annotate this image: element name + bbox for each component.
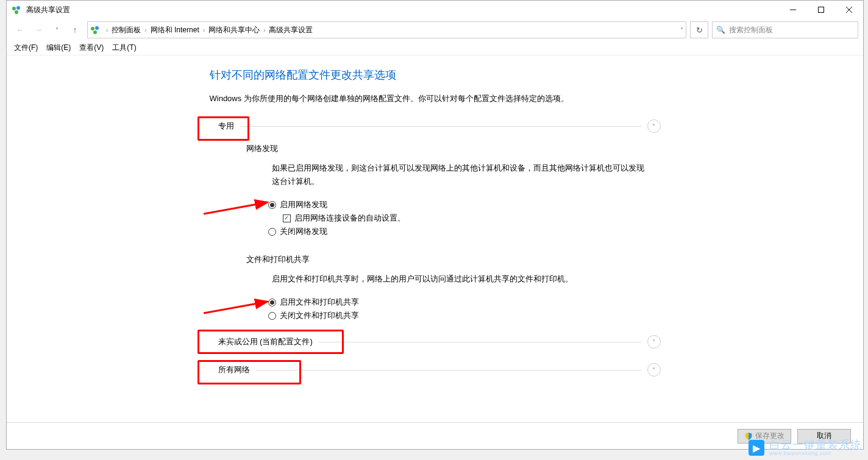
- svg-point-7: [91, 27, 94, 30]
- chevron-up-icon[interactable]: ˄: [647, 119, 661, 133]
- chevron-right-icon: ›: [142, 27, 149, 34]
- svg-point-1: [16, 6, 20, 10]
- network-discovery-title: 网络发现: [246, 143, 661, 154]
- chevron-right-icon: ›: [261, 27, 268, 34]
- nav-forward-button[interactable]: →: [30, 21, 47, 38]
- breadcrumb-advanced-sharing[interactable]: 高级共享设置: [268, 25, 314, 35]
- address-dropdown-icon[interactable]: ˅: [680, 27, 683, 34]
- footer: 保存更改 取消: [7, 422, 863, 449]
- svg-point-0: [12, 7, 16, 10]
- checkbox-icon: ✓: [283, 214, 291, 222]
- window: 高级共享设置 ← → ˅ ↑ › 控制面板 › 网络和 Internet › 网…: [6, 0, 864, 450]
- titlebar: 高级共享设置: [7, 1, 863, 19]
- radio-icon: [268, 201, 276, 209]
- radio-enable-discovery[interactable]: 启用网络发现: [268, 199, 661, 210]
- radio-enable-sharing[interactable]: 启用文件和打印机共享: [268, 297, 661, 308]
- address-bar[interactable]: › 控制面板 › 网络和 Internet › 网络和共享中心 › 高级共享设置…: [87, 21, 686, 38]
- address-app-icon: [90, 25, 100, 35]
- window-buttons: [779, 1, 863, 19]
- menubar: 文件(F) 编辑(E) 查看(V) 工具(T): [7, 41, 863, 55]
- profile-private-header[interactable]: 专用 ˄: [210, 116, 661, 136]
- search-input[interactable]: 🔍 搜索控制面板: [712, 21, 858, 38]
- maximize-button[interactable]: [807, 1, 835, 19]
- checkbox-auto-setup[interactable]: ✓ 启用网络连接设备的自动设置。: [268, 213, 661, 224]
- chevron-down-icon[interactable]: ˅: [647, 363, 661, 377]
- app-icon: [12, 5, 21, 15]
- chevron-right-icon: ›: [104, 27, 110, 34]
- radio-icon: [268, 228, 276, 236]
- page-desc: Windows 为你所使用的每个网络创建单独的网络配置文件。你可以针对每个配置文…: [210, 93, 661, 104]
- svg-point-9: [93, 30, 97, 34]
- watermark-logo-icon: ▶: [749, 440, 764, 456]
- network-discovery-desc: 如果已启用网络发现，则这台计算机可以发现网络上的其他计算机和设备，而且其他网络计…: [210, 161, 661, 188]
- menu-file[interactable]: 文件(F): [14, 43, 38, 53]
- profile-guest-header[interactable]: 来宾或公用 (当前配置文件) ˅: [210, 332, 661, 352]
- nav-back-button[interactable]: ←: [12, 21, 29, 38]
- file-printer-sharing-title: 文件和打印机共享: [246, 254, 661, 265]
- profile-private-label: 专用: [210, 121, 234, 132]
- navbar: ← → ˅ ↑ › 控制面板 › 网络和 Internet › 网络和共享中心 …: [7, 19, 863, 41]
- file-printer-sharing-desc: 启用文件和打印机共享时，网络上的用户可以访问通过此计算机共享的文件和打印机。: [210, 272, 661, 286]
- menu-tools[interactable]: 工具(T): [112, 43, 136, 53]
- window-title: 高级共享设置: [26, 5, 779, 15]
- svg-point-2: [15, 10, 18, 14]
- watermark: ▶ 白云一键重装系统 www.baiyunxitong.com: [749, 439, 862, 456]
- nav-recent-button[interactable]: ˅: [48, 21, 65, 38]
- profile-all-label: 所有网络: [210, 364, 250, 375]
- profile-guest-label: 来宾或公用 (当前配置文件): [210, 336, 313, 347]
- watermark-text: 白云一键重装系统: [769, 439, 862, 450]
- page-title: 针对不同的网络配置文件更改共享选项: [210, 68, 661, 82]
- radio-disable-sharing[interactable]: 关闭文件和打印机共享: [268, 310, 661, 321]
- breadcrumb-control-panel[interactable]: 控制面板: [110, 25, 142, 35]
- radio-disable-discovery[interactable]: 关闭网络发现: [268, 226, 661, 237]
- chevron-right-icon: ›: [201, 27, 207, 34]
- menu-edit[interactable]: 编辑(E): [46, 43, 71, 53]
- chevron-down-icon[interactable]: ˅: [647, 335, 661, 349]
- search-placeholder: 搜索控制面板: [729, 25, 773, 35]
- nav-up-button[interactable]: ↑: [66, 21, 84, 38]
- minimize-button[interactable]: [779, 1, 807, 19]
- profile-all-header[interactable]: 所有网络 ˅: [210, 360, 661, 380]
- svg-rect-4: [819, 7, 824, 13]
- search-icon: 🔍: [716, 26, 725, 34]
- radio-icon: [268, 299, 276, 306]
- menu-view[interactable]: 查看(V): [79, 43, 104, 53]
- close-button[interactable]: [835, 1, 863, 19]
- refresh-button[interactable]: ↻: [690, 21, 708, 38]
- content-area: 针对不同的网络配置文件更改共享选项 Windows 为你所使用的每个网络创建单独…: [7, 55, 863, 422]
- watermark-url: www.baiyunxitong.com: [769, 450, 862, 456]
- radio-icon: [268, 312, 276, 320]
- breadcrumb-sharing-center[interactable]: 网络和共享中心: [207, 25, 261, 35]
- svg-point-8: [95, 26, 99, 30]
- breadcrumb-network-internet[interactable]: 网络和 Internet: [149, 25, 201, 35]
